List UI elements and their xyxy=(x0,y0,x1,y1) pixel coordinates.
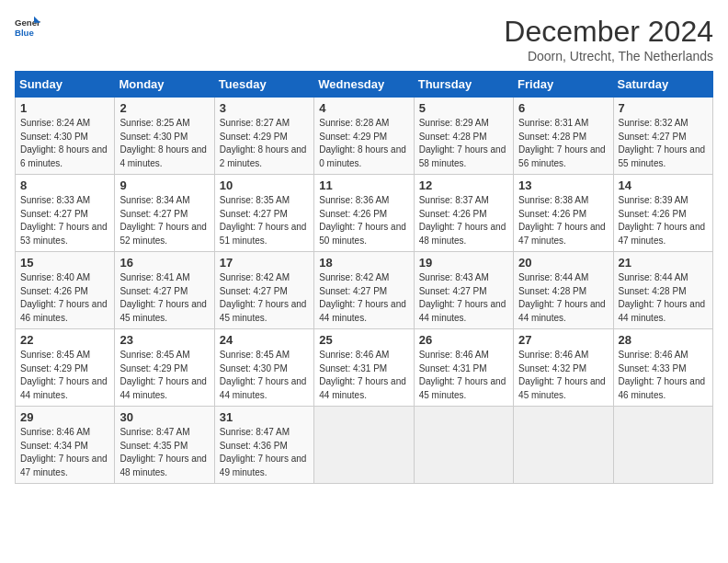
calendar-cell: 31 Sunrise: 8:47 AMSunset: 4:36 PMDaylig… xyxy=(214,407,313,484)
calendar-cell xyxy=(314,407,414,484)
calendar-cell xyxy=(613,407,712,484)
day-number: 26 xyxy=(419,333,508,347)
calendar-cell: 18 Sunrise: 8:42 AMSunset: 4:27 PMDaylig… xyxy=(314,252,414,329)
day-number: 14 xyxy=(619,178,708,192)
day-number: 25 xyxy=(319,333,408,347)
day-number: 8 xyxy=(20,178,109,192)
day-info: Sunrise: 8:25 AMSunset: 4:30 PMDaylight:… xyxy=(119,118,207,168)
day-info: Sunrise: 8:45 AMSunset: 4:29 PMDaylight:… xyxy=(119,350,207,400)
day-info: Sunrise: 8:44 AMSunset: 4:28 PMDaylight:… xyxy=(619,272,706,323)
day-number: 16 xyxy=(119,256,209,270)
calendar-cell: 29 Sunrise: 8:46 AMSunset: 4:34 PMDaylig… xyxy=(16,407,115,484)
day-info: Sunrise: 8:47 AMSunset: 4:35 PMDaylight:… xyxy=(119,427,207,477)
calendar-cell: 10 Sunrise: 8:35 AMSunset: 4:27 PMDaylig… xyxy=(214,175,313,252)
day-info: Sunrise: 8:42 AMSunset: 4:27 PMDaylight:… xyxy=(220,272,307,323)
day-number: 29 xyxy=(20,410,109,424)
calendar-week-3: 15 Sunrise: 8:40 AMSunset: 4:26 PMDaylig… xyxy=(16,252,713,329)
header-saturday: Saturday xyxy=(613,72,712,98)
calendar-cell: 25 Sunrise: 8:46 AMSunset: 4:31 PMDaylig… xyxy=(314,329,414,407)
calendar-cell: 2 Sunrise: 8:25 AMSunset: 4:30 PMDayligh… xyxy=(115,98,214,175)
calendar-cell: 20 Sunrise: 8:44 AMSunset: 4:28 PMDaylig… xyxy=(514,252,613,329)
day-number: 21 xyxy=(619,256,708,270)
header-sunday: Sunday xyxy=(16,72,115,98)
header-thursday: Thursday xyxy=(414,72,513,98)
day-number: 23 xyxy=(119,333,209,347)
day-number: 19 xyxy=(419,256,508,270)
day-info: Sunrise: 8:31 AMSunset: 4:28 PMDaylight:… xyxy=(518,118,606,168)
calendar-cell: 7 Sunrise: 8:32 AMSunset: 4:27 PMDayligh… xyxy=(613,98,712,175)
calendar-cell: 4 Sunrise: 8:28 AMSunset: 4:29 PMDayligh… xyxy=(314,98,414,175)
day-info: Sunrise: 8:35 AMSunset: 4:27 PMDaylight:… xyxy=(220,195,307,246)
day-number: 5 xyxy=(419,101,508,115)
day-info: Sunrise: 8:45 AMSunset: 4:29 PMDaylight:… xyxy=(20,350,108,400)
month-title: December 2024 xyxy=(504,15,713,49)
day-info: Sunrise: 8:46 AMSunset: 4:31 PMDaylight:… xyxy=(419,350,506,400)
calendar-cell: 1 Sunrise: 8:24 AMSunset: 4:30 PMDayligh… xyxy=(16,98,115,175)
svg-text:Blue: Blue xyxy=(15,28,34,38)
calendar-cell: 3 Sunrise: 8:27 AMSunset: 4:29 PMDayligh… xyxy=(214,98,313,175)
calendar-cell: 5 Sunrise: 8:29 AMSunset: 4:28 PMDayligh… xyxy=(414,98,513,175)
calendar-cell: 17 Sunrise: 8:42 AMSunset: 4:27 PMDaylig… xyxy=(214,252,313,329)
day-info: Sunrise: 8:45 AMSunset: 4:30 PMDaylight:… xyxy=(220,350,307,400)
logo: General Blue xyxy=(15,15,40,40)
calendar-cell: 22 Sunrise: 8:45 AMSunset: 4:29 PMDaylig… xyxy=(16,329,115,407)
day-number: 3 xyxy=(220,101,309,115)
day-info: Sunrise: 8:27 AMSunset: 4:29 PMDaylight:… xyxy=(220,118,307,168)
page-header: General Blue December 2024 Doorn, Utrech… xyxy=(15,15,713,63)
day-number: 11 xyxy=(319,178,408,192)
day-number: 1 xyxy=(20,101,109,115)
calendar-cell: 13 Sunrise: 8:38 AMSunset: 4:26 PMDaylig… xyxy=(514,175,613,252)
calendar-cell: 14 Sunrise: 8:39 AMSunset: 4:26 PMDaylig… xyxy=(613,175,712,252)
header-tuesday: Tuesday xyxy=(214,72,313,98)
day-number: 10 xyxy=(220,178,309,192)
calendar-cell: 23 Sunrise: 8:45 AMSunset: 4:29 PMDaylig… xyxy=(115,329,214,407)
calendar-cell: 26 Sunrise: 8:46 AMSunset: 4:31 PMDaylig… xyxy=(414,329,513,407)
day-info: Sunrise: 8:47 AMSunset: 4:36 PMDaylight:… xyxy=(220,427,307,477)
day-number: 7 xyxy=(619,101,708,115)
calendar-cell: 28 Sunrise: 8:46 AMSunset: 4:33 PMDaylig… xyxy=(613,329,712,407)
calendar-cell: 15 Sunrise: 8:40 AMSunset: 4:26 PMDaylig… xyxy=(16,252,115,329)
logo-icon: General Blue xyxy=(15,15,40,40)
day-info: Sunrise: 8:40 AMSunset: 4:26 PMDaylight:… xyxy=(20,272,108,323)
calendar-cell: 24 Sunrise: 8:45 AMSunset: 4:30 PMDaylig… xyxy=(214,329,313,407)
calendar-cell: 11 Sunrise: 8:36 AMSunset: 4:26 PMDaylig… xyxy=(314,175,414,252)
calendar-week-5: 29 Sunrise: 8:46 AMSunset: 4:34 PMDaylig… xyxy=(16,407,713,484)
calendar-cell: 19 Sunrise: 8:43 AMSunset: 4:27 PMDaylig… xyxy=(414,252,513,329)
day-number: 30 xyxy=(119,410,209,424)
day-number: 13 xyxy=(518,178,608,192)
day-number: 15 xyxy=(20,256,109,270)
calendar-cell: 8 Sunrise: 8:33 AMSunset: 4:27 PMDayligh… xyxy=(16,175,115,252)
day-info: Sunrise: 8:46 AMSunset: 4:31 PMDaylight:… xyxy=(319,350,406,400)
header-wednesday: Wednesday xyxy=(314,72,414,98)
day-number: 27 xyxy=(518,333,608,347)
day-info: Sunrise: 8:46 AMSunset: 4:33 PMDaylight:… xyxy=(619,350,706,400)
day-number: 2 xyxy=(119,101,209,115)
calendar-cell: 12 Sunrise: 8:37 AMSunset: 4:26 PMDaylig… xyxy=(414,175,513,252)
calendar-cell: 6 Sunrise: 8:31 AMSunset: 4:28 PMDayligh… xyxy=(514,98,613,175)
day-info: Sunrise: 8:39 AMSunset: 4:26 PMDaylight:… xyxy=(619,195,706,246)
calendar-cell: 30 Sunrise: 8:47 AMSunset: 4:35 PMDaylig… xyxy=(115,407,214,484)
header-friday: Friday xyxy=(514,72,613,98)
calendar-week-4: 22 Sunrise: 8:45 AMSunset: 4:29 PMDaylig… xyxy=(16,329,713,407)
day-info: Sunrise: 8:36 AMSunset: 4:26 PMDaylight:… xyxy=(319,195,406,246)
location: Doorn, Utrecht, The Netherlands xyxy=(504,49,713,63)
day-info: Sunrise: 8:32 AMSunset: 4:27 PMDaylight:… xyxy=(619,118,706,168)
day-info: Sunrise: 8:24 AMSunset: 4:30 PMDaylight:… xyxy=(20,118,108,168)
day-number: 31 xyxy=(220,410,309,424)
calendar-cell xyxy=(414,407,513,484)
day-info: Sunrise: 8:43 AMSunset: 4:27 PMDaylight:… xyxy=(419,272,506,323)
calendar-cell: 27 Sunrise: 8:46 AMSunset: 4:32 PMDaylig… xyxy=(514,329,613,407)
day-info: Sunrise: 8:44 AMSunset: 4:28 PMDaylight:… xyxy=(518,272,606,323)
calendar-week-2: 8 Sunrise: 8:33 AMSunset: 4:27 PMDayligh… xyxy=(16,175,713,252)
calendar-table: SundayMondayTuesdayWednesdayThursdayFrid… xyxy=(15,71,713,484)
day-info: Sunrise: 8:28 AMSunset: 4:29 PMDaylight:… xyxy=(319,118,406,168)
day-info: Sunrise: 8:41 AMSunset: 4:27 PMDaylight:… xyxy=(119,272,207,323)
calendar-week-1: 1 Sunrise: 8:24 AMSunset: 4:30 PMDayligh… xyxy=(16,98,713,175)
day-number: 12 xyxy=(419,178,508,192)
day-info: Sunrise: 8:29 AMSunset: 4:28 PMDaylight:… xyxy=(419,118,506,168)
day-number: 6 xyxy=(518,101,608,115)
day-number: 22 xyxy=(20,333,109,347)
day-info: Sunrise: 8:38 AMSunset: 4:26 PMDaylight:… xyxy=(518,195,606,246)
day-info: Sunrise: 8:46 AMSunset: 4:32 PMDaylight:… xyxy=(518,350,606,400)
day-number: 20 xyxy=(518,256,608,270)
